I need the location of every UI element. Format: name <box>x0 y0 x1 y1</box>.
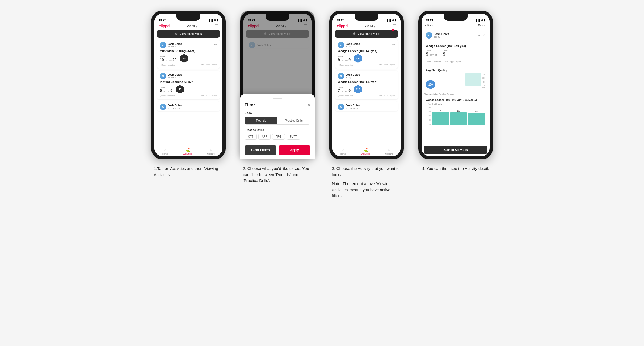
step-2-column: 13:21 ▐▐▐ ⊛ ▮ clippd Activity ☰ ⚙ View <box>238 11 317 199</box>
wifi-icon-3: ⊛ <box>392 19 394 22</box>
more-dots-1-1[interactable]: ··· <box>214 42 217 46</box>
sq-hex-3-2: 118 <box>354 85 362 93</box>
step-1-column: 13:20 ▐▐▐ ⊛ ▮ clippd Activity ☰ ⚙ View <box>149 11 228 199</box>
nav-title-3: Activity <box>365 24 375 28</box>
user-text-1-3: Josh Coles 28 Feb 2023 <box>168 104 182 109</box>
clear-filters-btn-2[interactable]: Clear Filters <box>245 145 276 155</box>
stats-row-1-2: Score 0 OUT OF 9 45 <box>160 85 217 93</box>
bar-fill-3-4 <box>468 113 485 125</box>
cancel-btn-4[interactable]: Cancel <box>478 24 486 27</box>
practice-drills-label-2: Practice Drills <box>245 128 310 131</box>
modal-title-2: Filter <box>245 103 255 108</box>
activity-card-1-3[interactable]: JC Josh Coles 28 Feb 2023 ··· <box>157 101 220 111</box>
tab-capture-label-3: Capture <box>385 153 393 155</box>
user-text-3-3: Josh Coles 28 Feb 2023 <box>346 104 360 109</box>
user-date-1-2: 28 Feb 2023 <box>168 76 182 79</box>
player-activity-label-4: Player Activity › Practice Session <box>424 93 487 95</box>
back-btn-4[interactable]: < Back <box>425 24 433 27</box>
toggle-practice-2[interactable]: Practice Drills <box>277 117 310 124</box>
outof-3-2: OUT OF <box>341 90 348 92</box>
tab-activities-1[interactable]: ⛳ Activities <box>183 148 192 155</box>
chip-app-2[interactable]: APP <box>258 134 271 140</box>
activity-card-1-1[interactable]: JC Josh Coles 28 Feb 2023 ··· Must Make … <box>157 40 220 69</box>
tab-home-3[interactable]: ⌂ Home <box>340 148 346 155</box>
user-date-3-3: 28 Feb 2023 <box>346 107 360 109</box>
chip-arg-2[interactable]: ARG <box>272 134 285 140</box>
score-outof-row-4: 9 OUT OF <box>426 52 437 57</box>
stat-score-3-1: Score 9 OUT OF 9 <box>338 55 351 62</box>
capture-icon-3: ⊕ <box>388 148 391 152</box>
more-dots-1-3[interactable]: ··· <box>214 104 217 108</box>
phone-1: 13:20 ▐▐▐ ⊛ ▮ clippd Activity ☰ ⚙ View <box>151 11 226 159</box>
activity-card-3-1[interactable]: JC Josh Coles Today ··· Wedge Ladder (10… <box>335 40 398 69</box>
bottom-tabs-1: ⌂ Home ⛳ Activities ⊕ Capture <box>154 146 222 156</box>
toggle-rounds-2[interactable]: Rounds <box>245 117 277 124</box>
detail-user-date-4: Today <box>434 36 449 38</box>
footer-left-1-1: ⓘ Test Information <box>160 64 175 66</box>
close-btn-2[interactable]: ✕ <box>307 102 310 108</box>
chart-container-4: 130 130 100 50 0 APP <box>426 73 485 89</box>
tab-capture-1[interactable]: ⊕ Capture <box>207 148 214 155</box>
user-date-1-1: 28 Feb 2023 <box>168 45 182 48</box>
back-to-activities-btn-4[interactable]: Back to Activities <box>424 146 487 154</box>
user-name-1-3: Josh Coles <box>168 104 182 107</box>
card-footer-1-1: ⓘ Test Information Data: Clippd Capture <box>160 64 217 66</box>
phone-1-notch <box>176 14 200 21</box>
footer-right-3-1: Data: Clippd Capture <box>378 64 395 66</box>
score-value-3-1: 9 <box>338 58 340 62</box>
status-icons-3: ▐▐▐ ⊛ ▮ <box>386 19 396 22</box>
tab-activities-label-3: Activities <box>361 153 370 155</box>
test-info-4: ⓘ Test Information Data: Clippd Capture <box>426 60 485 63</box>
more-dots-1-2[interactable]: ··· <box>214 73 217 77</box>
tab-home-1[interactable]: ⌂ Home <box>162 148 168 155</box>
avatar-4: JC <box>426 32 432 39</box>
detail-score-label-4: Score <box>426 49 437 52</box>
activity-card-1-2[interactable]: JC Josh Coles 28 Feb 2023 ··· Putting Co… <box>157 71 220 99</box>
detail-user-info-4: JC Josh Coles Today <box>426 32 449 39</box>
tab-activities-3[interactable]: ⛳ Activities <box>361 148 370 155</box>
activities-icon-1: ⛳ <box>185 148 190 152</box>
bar-y-axis-4: 140 120 100 80 60 <box>426 106 431 125</box>
detail-score-value-4: 9 <box>426 52 428 57</box>
activity-card-3-2[interactable]: JC Josh Coles Today ··· Wedge Ladder (10… <box>335 71 398 99</box>
phone-4: 13:21 ▐▐▐ ⊛ ▮ < Back Cancel JC <box>418 11 493 159</box>
activity-bar-3[interactable]: ⚙ Viewing Activities <box>335 30 398 38</box>
hamburger-1[interactable]: ☰ <box>215 24 218 28</box>
more-dots-3-2[interactable]: ··· <box>392 73 395 77</box>
apply-btn-2[interactable]: Apply <box>279 145 310 155</box>
battery-icon: ▮ <box>217 19 218 22</box>
activity-bar-label-3: Viewing Activities <box>357 32 380 35</box>
user-name-1-1: Josh Coles <box>168 42 182 45</box>
detail-user-text-4: Josh Coles Today <box>434 32 449 38</box>
nav-bar-3: clippd Activity ☰ <box>332 22 401 30</box>
stat-score-1-1: Score 10 OUT OF 20 <box>160 55 176 62</box>
detail-shots-col-4: Shots 9 <box>443 49 448 57</box>
user-text-1-2: Josh Coles 28 Feb 2023 <box>168 73 182 79</box>
user-date-3-2: Today <box>346 76 360 79</box>
hamburger-3[interactable]: ☰ <box>393 24 396 28</box>
tab-capture-3[interactable]: ⊕ Capture <box>385 148 393 155</box>
user-info-1-2: JC Josh Coles 28 Feb 2023 <box>160 73 182 79</box>
user-info-1-3: JC Josh Coles 28 Feb 2023 <box>160 104 182 110</box>
edit-icon-4[interactable]: ✏ <box>478 33 481 37</box>
more-dots-3-1[interactable]: ··· <box>392 42 395 46</box>
detail-nav-4: < Back Cancel <box>422 22 490 28</box>
status-time-3: 13:20 <box>337 19 344 22</box>
stats-row-1-1: Score 10 OUT OF 20 75 <box>160 54 217 63</box>
user-info-1-1: JC Josh Coles 28 Feb 2023 <box>160 42 182 48</box>
home-icon-3: ⌂ <box>342 148 344 152</box>
step-3-description: 3. Choose the Activity that you want to … <box>332 166 401 199</box>
avatar-1-3: JC <box>160 104 166 110</box>
wifi-icon-4: ⊛ <box>481 19 483 22</box>
activity-card-3-3[interactable]: JC Josh Coles 28 Feb 2023 <box>335 101 398 111</box>
activity-bar-1[interactable]: ⚙ Viewing Activities <box>157 30 220 38</box>
nav-bar-1: clippd Activity ☰ <box>154 22 222 30</box>
expand-icon-4[interactable]: ⤢ <box>483 33 485 37</box>
chip-ott-2[interactable]: OTT <box>245 134 257 140</box>
score-label-3-1: Score <box>338 55 351 58</box>
modal-handle-2 <box>273 98 282 99</box>
avatar-3-2: JC <box>338 73 344 79</box>
step-1-description: 1.Tap on Activities and then 'Viewing Ac… <box>154 166 223 178</box>
chip-putt-2[interactable]: PUTT <box>287 134 300 140</box>
status-time-1: 13:20 <box>159 19 166 22</box>
